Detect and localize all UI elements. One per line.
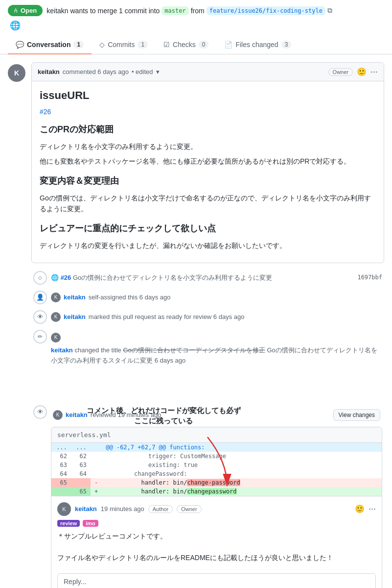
timeline-assign-icon: 👤 xyxy=(33,291,47,304)
diff-content-62: trigger: CustomMessage xyxy=(102,452,382,461)
reviewed-author[interactable]: keitakn xyxy=(66,411,88,418)
from-text: from xyxy=(191,7,205,15)
diff-context-63: 63 63 existing: true xyxy=(51,461,382,469)
imo-tag: imo xyxy=(83,520,98,527)
diff-hunk-header: ... ... @@ -62,7 +62,7 @@ functions: xyxy=(51,443,382,452)
section1-p2: 他にも変数名やテストパッケージ名等、他にも修正が必要な箇所があるがそれは別のPR… xyxy=(40,156,376,167)
base-branch[interactable]: master xyxy=(161,6,188,15)
copy-icon[interactable]: ⧉ xyxy=(327,6,332,15)
diff-added-65: 65 + handler: bin/changepassword xyxy=(51,487,382,496)
view-changes-button[interactable]: View changes xyxy=(333,409,381,421)
comment-edited: • edited xyxy=(132,68,153,75)
main-content: K keitakn commented 6 days ago • edited … xyxy=(0,54,392,588)
tab-bar: 💬 Conversation 1 ◇ Commits 1 ☑ Checks 0 … xyxy=(0,36,392,54)
conversation-area: keitakn commented 6 days ago • edited ▾ … xyxy=(31,62,384,588)
owner-badge: Owner xyxy=(328,68,353,76)
title-change-avatar: K xyxy=(51,333,61,343)
comment-header-left: keitakn commented 6 days ago • edited ▾ xyxy=(38,68,160,75)
timeline-title-change: ✏ K keitakn changed the title Goの慣例に合わせて… xyxy=(31,330,384,366)
ready-avatar: K xyxy=(51,312,61,322)
timeline-reviewed-icon: 👁 xyxy=(33,405,47,419)
inline-review-comment: K keitakn 19 minutes ago Author Owner 🙂 … xyxy=(51,496,382,569)
diff-new-64: 64 xyxy=(71,469,91,478)
diff-sign-63 xyxy=(91,461,102,469)
diff-content-64: changePassword: xyxy=(102,469,382,478)
tab-files-label: Files changed xyxy=(235,41,278,49)
files-icon: 📄 xyxy=(224,41,232,49)
title-change-time: 6 days ago xyxy=(155,357,186,364)
edit-dropdown-icon[interactable]: ▾ xyxy=(156,68,160,75)
diff-box: serverless.yml ... ... @@ -62,7 +62,7 @@… xyxy=(51,427,382,588)
review-comment-body: ＊サンプルレビューコメントです。 ファイル名やディレクトリ名のルールをREADM… xyxy=(57,531,376,564)
tab-commits[interactable]: ◇ Commits 1 xyxy=(92,36,156,54)
review-comment-header: K keitakn 19 minutes ago Author Owner 🙂 … xyxy=(57,502,376,516)
diff-new-63: 63 xyxy=(71,461,91,469)
timeline-assign: 👤 K keitakn self-assigned this 6 days ag… xyxy=(31,291,384,304)
title-change-author[interactable]: keitakn xyxy=(51,346,73,354)
diff-context-62: 62 62 trigger: CustomMessage xyxy=(51,452,382,461)
comment-action: commented 6 days ago xyxy=(63,68,129,75)
diff-old-63: 63 xyxy=(51,461,71,469)
review-tags: review imo xyxy=(57,520,376,527)
open-label: Open xyxy=(21,7,37,14)
top-bar: ⑃ Open keitakn wants to merge 1 commit i… xyxy=(0,0,392,36)
timeline-commit-text: 🌐 #26 Goの慣例に合わせてディレクトリ名を小文字のみ利用するように変更 1… xyxy=(51,271,382,283)
commit-message: Goの慣例に合わせてディレクトリ名を小文字のみ利用するように変更 xyxy=(73,274,272,281)
emoji-button[interactable]: 🙂 xyxy=(357,67,367,76)
author-badge: Author xyxy=(148,505,173,513)
ready-author[interactable]: keitakn xyxy=(64,312,86,322)
section1-p1: ディレクトリ名を小文字のみ利用するように変更。 xyxy=(40,141,376,152)
conversation-icon: 💬 xyxy=(16,41,24,49)
timeline-ready: 👁 K keitakn marked this pull request as … xyxy=(31,310,384,324)
review-emoji-button[interactable]: 🙂 xyxy=(355,504,365,514)
section3-p1: ディレクトリ名の変更を行いましたが、漏れがないか確認をお願いしたいです。 xyxy=(40,240,376,251)
timeline-title-change-icon: ✏ xyxy=(33,330,47,343)
tab-files-count: 3 xyxy=(281,41,292,49)
assign-author[interactable]: keitakn xyxy=(64,293,86,302)
avatar-main: K xyxy=(8,64,25,82)
tab-files-changed[interactable]: 📄 Files changed 3 xyxy=(216,36,299,54)
diff-file-header: serverless.yml xyxy=(51,427,382,443)
review-p2: ファイル名やディレクトリ名のルールをREADMEにも記載したほうが良いと思いまし… xyxy=(57,552,376,563)
ready-action: marked this pull request as ready for re… xyxy=(89,312,245,322)
diff-removed-content: handler: bin/change-password xyxy=(102,478,382,487)
reviewed-section-wrap: コメント後、どれだけコードが変化しても必ずここに残っている 👁 xyxy=(31,405,384,588)
tab-checks-label: Checks xyxy=(173,41,196,49)
comment-author: keitakn xyxy=(38,68,60,75)
diff-new-65: 65 xyxy=(71,487,91,496)
section2-p1: Goの慣例では、ディレクトリ名は小文字だけで命名するのが正なので、ディレクトリ名… xyxy=(40,193,376,215)
review-comment-author[interactable]: keitakn xyxy=(75,505,97,513)
diff-hunk-old-num: ... xyxy=(51,443,71,452)
diff-removed-65: 65 - handler: bin/change-password xyxy=(51,478,382,487)
section2-heading: 変更内容＆変更理由 xyxy=(40,175,376,187)
diff-old-64: 64 xyxy=(51,469,71,478)
timeline-assign-text: K keitakn self-assigned this 6 days ago xyxy=(51,291,382,302)
review-more-button[interactable]: ··· xyxy=(369,504,376,514)
more-options-button[interactable]: ··· xyxy=(370,67,378,77)
tab-checks[interactable]: ☑ Checks 0 xyxy=(156,36,216,54)
timeline-ready-text: K keitakn marked this pull request as re… xyxy=(51,310,382,322)
diff-sign-62 xyxy=(91,452,102,461)
diff-hunk-content: @@ -62,7 +62,7 @@ functions: xyxy=(102,443,382,452)
timeline-commit-icon: ◇ xyxy=(33,271,47,285)
diff-context-64: 64 64 changePassword: xyxy=(51,469,382,478)
diff-new-62: 62 xyxy=(71,452,91,461)
assign-action: self-assigned this 6 days ago xyxy=(89,293,171,302)
commit-hash[interactable]: 1697bbf xyxy=(357,273,382,282)
open-badge: ⑃ Open xyxy=(8,5,43,16)
section3-heading: レビュアーに重点的にチェックして欲しい点 xyxy=(40,222,376,234)
comment-header-right: Owner 🙂 ··· xyxy=(328,67,378,77)
tab-conversation[interactable]: 💬 Conversation 1 xyxy=(8,36,92,54)
reply-box[interactable]: Reply... xyxy=(57,573,376,588)
commit-issue-ref[interactable]: #26 xyxy=(61,274,71,281)
checks-icon: ☑ xyxy=(163,41,170,49)
commits-icon: ◇ xyxy=(99,41,105,49)
tab-checks-count: 0 xyxy=(199,41,209,49)
review-comment-time: 19 minutes ago xyxy=(101,505,144,513)
diff-hunk-new-num: ... xyxy=(71,443,91,452)
diff-old-65: 65 xyxy=(51,478,71,487)
head-branch[interactable]: feature/issue26/fix-coding-style xyxy=(207,6,325,15)
review-comment-avatar: K xyxy=(57,502,71,516)
issue-link[interactable]: #26 xyxy=(40,108,51,116)
section1-heading: このPRの対応範囲 xyxy=(40,123,376,135)
